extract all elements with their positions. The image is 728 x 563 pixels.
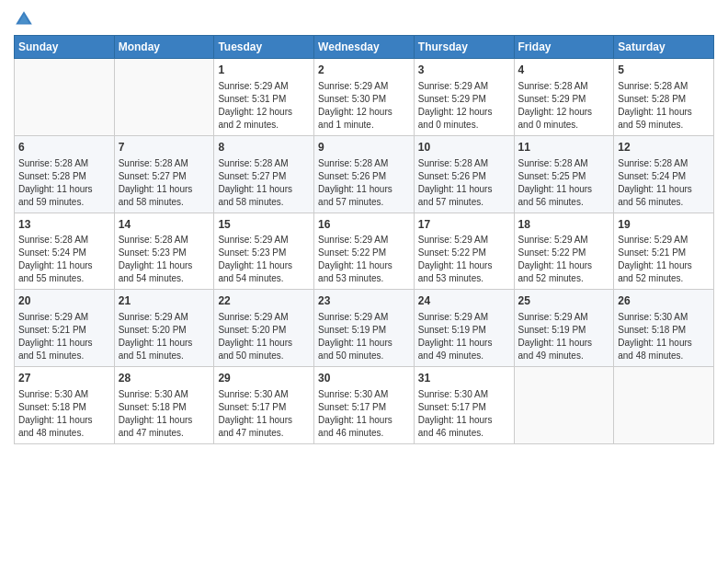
day-header-sunday: Sunday bbox=[15, 36, 115, 59]
day-info: Sunrise: 5:29 AM bbox=[518, 234, 610, 247]
day-number: 2 bbox=[318, 63, 410, 78]
day-info: Sunrise: 5:30 AM bbox=[119, 388, 210, 401]
day-number: 8 bbox=[218, 140, 310, 155]
calendar-cell: 11Sunrise: 5:28 AMSunset: 5:25 PMDayligh… bbox=[514, 135, 614, 213]
day-info: Sunset: 5:18 PM bbox=[119, 401, 210, 414]
day-number: 16 bbox=[318, 217, 410, 233]
calendar-cell: 13Sunrise: 5:28 AMSunset: 5:24 PMDayligh… bbox=[15, 213, 115, 290]
day-info: Daylight: 11 hours and 50 minutes. bbox=[218, 337, 310, 362]
day-info: Sunrise: 5:29 AM bbox=[418, 80, 510, 93]
week-row-0: 1Sunrise: 5:29 AMSunset: 5:31 PMDaylight… bbox=[15, 59, 714, 136]
day-info: Daylight: 11 hours and 50 minutes. bbox=[318, 337, 410, 362]
day-header-thursday: Thursday bbox=[414, 36, 514, 59]
day-info: Daylight: 11 hours and 48 minutes. bbox=[18, 414, 110, 440]
day-info: Daylight: 11 hours and 57 minutes. bbox=[418, 183, 510, 209]
day-number: 15 bbox=[218, 217, 310, 233]
day-info: Sunset: 5:29 PM bbox=[518, 93, 610, 106]
day-info: Sunrise: 5:28 AM bbox=[618, 80, 710, 93]
day-info: Sunset: 5:28 PM bbox=[618, 93, 710, 106]
week-row-3: 20Sunrise: 5:29 AMSunset: 5:21 PMDayligh… bbox=[15, 290, 714, 367]
day-info: Sunset: 5:24 PM bbox=[18, 247, 110, 259]
day-number: 19 bbox=[618, 217, 710, 233]
day-number: 10 bbox=[418, 140, 510, 155]
day-header-saturday: Saturday bbox=[614, 36, 714, 59]
day-info: Sunset: 5:17 PM bbox=[318, 401, 410, 414]
calendar-cell: 19Sunrise: 5:29 AMSunset: 5:21 PMDayligh… bbox=[614, 213, 714, 290]
day-info: Daylight: 11 hours and 49 minutes. bbox=[418, 337, 510, 362]
day-info: Daylight: 12 hours and 0 minutes. bbox=[418, 106, 510, 132]
calendar-cell: 23Sunrise: 5:29 AMSunset: 5:19 PMDayligh… bbox=[314, 290, 415, 367]
day-info: Sunset: 5:26 PM bbox=[418, 170, 510, 183]
day-info: Daylight: 11 hours and 46 minutes. bbox=[318, 414, 410, 440]
calendar-cell: 29Sunrise: 5:30 AMSunset: 5:17 PMDayligh… bbox=[214, 367, 314, 444]
calendar-cell: 2Sunrise: 5:29 AMSunset: 5:30 PMDaylight… bbox=[314, 59, 415, 136]
day-number: 17 bbox=[418, 217, 510, 233]
calendar-cell: 28Sunrise: 5:30 AMSunset: 5:18 PMDayligh… bbox=[114, 367, 214, 444]
day-info: Daylight: 11 hours and 48 minutes. bbox=[618, 337, 710, 362]
day-info: Sunrise: 5:30 AM bbox=[418, 388, 510, 401]
day-info: Sunrise: 5:28 AM bbox=[318, 157, 410, 170]
day-info: Daylight: 11 hours and 56 minutes. bbox=[618, 183, 710, 209]
day-number: 14 bbox=[119, 217, 210, 233]
day-info: Daylight: 11 hours and 57 minutes. bbox=[318, 183, 410, 209]
day-info: Sunset: 5:25 PM bbox=[518, 170, 610, 183]
day-info: Sunset: 5:29 PM bbox=[418, 93, 510, 106]
calendar-cell: 30Sunrise: 5:30 AMSunset: 5:17 PMDayligh… bbox=[314, 367, 415, 444]
calendar-cell: 3Sunrise: 5:29 AMSunset: 5:29 PMDaylight… bbox=[414, 59, 514, 136]
day-info: Sunset: 5:30 PM bbox=[318, 93, 410, 106]
day-info: Daylight: 12 hours and 1 minute. bbox=[318, 106, 410, 132]
calendar-cell: 1Sunrise: 5:29 AMSunset: 5:31 PMDaylight… bbox=[214, 59, 314, 136]
calendar-cell bbox=[15, 59, 115, 136]
day-info: Sunset: 5:22 PM bbox=[418, 247, 510, 259]
day-info: Daylight: 11 hours and 54 minutes. bbox=[119, 259, 210, 285]
day-number: 28 bbox=[119, 371, 210, 386]
day-info: Sunset: 5:24 PM bbox=[618, 170, 710, 183]
day-header-wednesday: Wednesday bbox=[314, 36, 415, 59]
week-row-1: 6Sunrise: 5:28 AMSunset: 5:28 PMDaylight… bbox=[15, 135, 714, 213]
day-info: Daylight: 11 hours and 59 minutes. bbox=[618, 106, 710, 132]
calendar-cell: 27Sunrise: 5:30 AMSunset: 5:18 PMDayligh… bbox=[15, 367, 115, 444]
day-info: Sunrise: 5:29 AM bbox=[218, 234, 310, 247]
day-info: Sunset: 5:21 PM bbox=[18, 324, 110, 337]
calendar-cell bbox=[614, 367, 714, 444]
calendar-table: SundayMondayTuesdayWednesdayThursdayFrid… bbox=[14, 35, 714, 444]
day-info: Sunrise: 5:29 AM bbox=[418, 311, 510, 324]
calendar-cell: 7Sunrise: 5:28 AMSunset: 5:27 PMDaylight… bbox=[114, 135, 214, 213]
day-number: 5 bbox=[618, 63, 710, 78]
page-container: SundayMondayTuesdayWednesdayThursdayFrid… bbox=[0, 0, 728, 454]
day-info: Daylight: 11 hours and 47 minutes. bbox=[218, 414, 310, 440]
calendar-cell: 9Sunrise: 5:28 AMSunset: 5:26 PMDaylight… bbox=[314, 135, 415, 213]
day-number: 22 bbox=[218, 293, 310, 309]
day-header-monday: Monday bbox=[114, 36, 214, 59]
day-info: Sunset: 5:28 PM bbox=[18, 170, 110, 183]
day-info: Sunrise: 5:29 AM bbox=[518, 311, 610, 324]
day-info: Sunrise: 5:30 AM bbox=[18, 388, 110, 401]
day-info: Sunset: 5:26 PM bbox=[318, 170, 410, 183]
day-number: 26 bbox=[618, 293, 710, 309]
day-number: 7 bbox=[119, 140, 210, 155]
day-info: Sunrise: 5:29 AM bbox=[618, 234, 710, 247]
day-info: Sunrise: 5:28 AM bbox=[119, 234, 210, 247]
calendar-cell: 20Sunrise: 5:29 AMSunset: 5:21 PMDayligh… bbox=[15, 290, 115, 367]
calendar-cell bbox=[114, 59, 214, 136]
day-number: 25 bbox=[518, 293, 610, 309]
header-row: SundayMondayTuesdayWednesdayThursdayFrid… bbox=[15, 36, 714, 59]
day-info: Sunset: 5:20 PM bbox=[218, 324, 310, 337]
day-number: 30 bbox=[318, 371, 410, 386]
day-info: Sunset: 5:27 PM bbox=[119, 170, 210, 183]
day-info: Daylight: 11 hours and 53 minutes. bbox=[318, 259, 410, 285]
day-number: 12 bbox=[618, 140, 710, 155]
day-info: Sunset: 5:21 PM bbox=[618, 247, 710, 259]
logo bbox=[14, 9, 38, 29]
day-info: Daylight: 11 hours and 52 minutes. bbox=[518, 259, 610, 285]
day-info: Sunrise: 5:29 AM bbox=[318, 311, 410, 324]
day-number: 18 bbox=[518, 217, 610, 233]
day-info: Daylight: 11 hours and 47 minutes. bbox=[119, 414, 210, 440]
day-info: Daylight: 11 hours and 53 minutes. bbox=[418, 259, 510, 285]
day-number: 1 bbox=[218, 63, 310, 78]
day-info: Sunset: 5:19 PM bbox=[318, 324, 410, 337]
day-info: Sunrise: 5:28 AM bbox=[18, 157, 110, 170]
calendar-cell: 31Sunrise: 5:30 AMSunset: 5:17 PMDayligh… bbox=[414, 367, 514, 444]
calendar-cell: 25Sunrise: 5:29 AMSunset: 5:19 PMDayligh… bbox=[514, 290, 614, 367]
calendar-cell: 5Sunrise: 5:28 AMSunset: 5:28 PMDaylight… bbox=[614, 59, 714, 136]
